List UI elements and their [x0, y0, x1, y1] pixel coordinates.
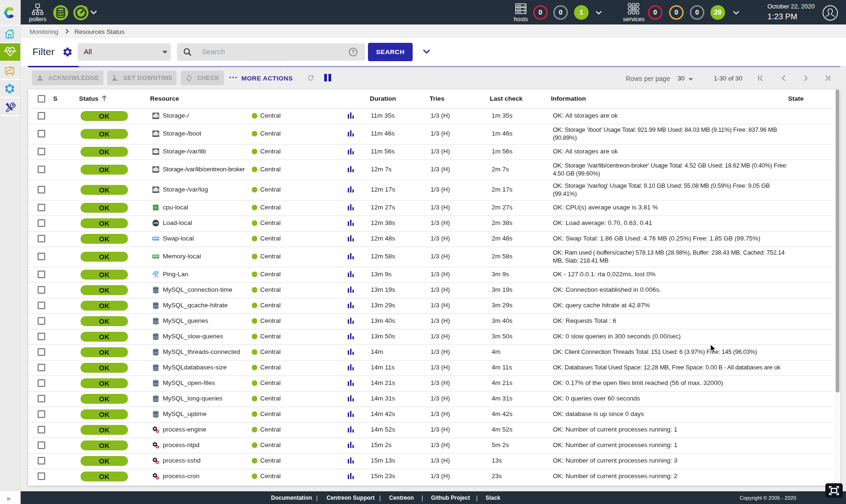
svg-text:?: ?: [351, 49, 355, 55]
